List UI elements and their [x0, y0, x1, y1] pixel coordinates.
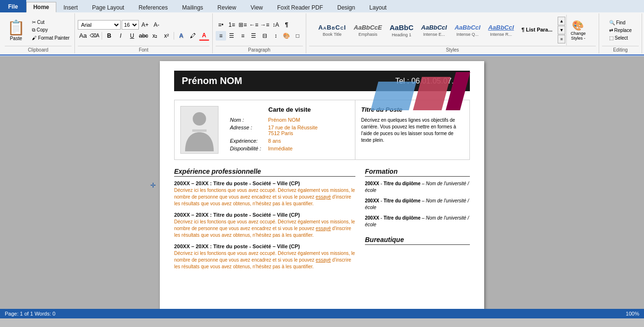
edu-title-1: Titre du diplôme	[384, 181, 421, 186]
font-size-select[interactable]: 16 8910111214	[122, 20, 139, 30]
font-color-button[interactable]: A	[199, 31, 209, 41]
edu-year-1: 200XX	[365, 181, 379, 186]
shading-button[interactable]: 🎨	[281, 31, 292, 41]
style-intense-e[interactable]: AaBbCcI Intense E...	[418, 16, 450, 44]
grow-font-button[interactable]: A+	[140, 20, 150, 30]
style-preview-heading1: AaBbC	[390, 23, 414, 32]
paste-button[interactable]: 📋 Paste	[5, 18, 27, 42]
copy-button[interactable]: ⧉ Copy	[30, 26, 72, 34]
show-formatting-button[interactable]: ¶	[281, 20, 292, 30]
ribbon-bottom	[0, 54, 644, 55]
superscript-button[interactable]: x²	[161, 31, 172, 41]
find-button[interactable]: 🔍 Find	[607, 19, 634, 26]
move-handle[interactable]: ✛	[150, 181, 156, 189]
tab-references[interactable]: References	[131, 2, 175, 12]
increase-indent-button[interactable]: →≡	[260, 20, 270, 30]
cv-section-left: Expérience professionnelle 200XX – 20XX …	[174, 168, 355, 275]
align-center-button[interactable]: ☰	[227, 31, 237, 41]
exp-desc-1: Décrivez ici les fonctions que vous avez…	[174, 187, 355, 207]
subscript-button[interactable]: x₂	[150, 31, 160, 41]
styles-scroll-more[interactable]: ≡	[558, 35, 565, 43]
line-spacing-button[interactable]: ↕	[270, 31, 281, 41]
clipboard-group: 📋 Paste ✂ Cut ⧉ Copy 🖌 Format Painter Cl…	[2, 13, 75, 53]
change-styles-button[interactable]: 🎨 Change Styles -	[566, 14, 590, 46]
cv-label-adresse: Adresse :	[230, 125, 268, 136]
decrease-indent-button[interactable]: ←≡	[249, 20, 259, 30]
styles-scroll-up[interactable]: ▲	[558, 17, 565, 25]
text-effect-button[interactable]: A	[176, 31, 187, 41]
styles-scroll-down[interactable]: ▼	[558, 26, 565, 34]
tab-file[interactable]: File	[0, 0, 26, 12]
border-button[interactable]: □	[292, 31, 303, 41]
edu-title-3: Titre du diplôme	[384, 215, 421, 221]
text-highlight-button[interactable]: 🖍	[187, 31, 198, 41]
align-right-button[interactable]: ≡	[238, 31, 248, 41]
edu-entry-3: 200XX - Titre du diplôme – Nom de l'univ…	[365, 215, 470, 228]
styles-group-label: Styles	[309, 46, 596, 53]
style-emphasis[interactable]: AaBbCcE Emphasis	[351, 16, 385, 44]
cv-value-adresse: 17 rue de la Réussite7512 Paris	[268, 125, 318, 136]
style-intense-r[interactable]: AaBbCcI Intense R...	[485, 16, 517, 44]
person-silhouette	[183, 108, 216, 151]
exp-entry-1: 200XX – 20XX : Titre du poste - Société …	[174, 180, 355, 207]
styles-scroll: ▲ ▼ ≡	[558, 17, 565, 43]
deco-bar	[174, 91, 470, 100]
numbering-button[interactable]: 1≡	[227, 20, 237, 30]
bullets-button[interactable]: ≡•	[216, 20, 226, 30]
cv-label-experience: Expérience:	[230, 138, 268, 144]
clear-format-button[interactable]: ⌫A	[89, 31, 100, 41]
shrink-font-button[interactable]: A-	[151, 20, 162, 30]
exp-desc-2: Décrivez ici les fonctions que vous avez…	[174, 219, 355, 239]
multilevel-button[interactable]: ⊞≡	[238, 20, 248, 30]
cv-card-title: Carte de visite	[230, 106, 349, 113]
cv-info-nom: Nom : Prénom NOM	[230, 117, 349, 123]
strikethrough-button[interactable]: abc	[138, 31, 149, 41]
tab-view[interactable]: View	[243, 2, 270, 12]
style-heading1[interactable]: AaBbC Heading 1	[386, 16, 417, 44]
paragraph-group: ≡• 1≡ ⊞≡ ←≡ →≡ ↕A ¶ ≡ ☰ ≡ ☰ ⊟ ↕ 🎨 □	[213, 13, 306, 53]
align-left-button[interactable]: ≡	[216, 31, 226, 41]
cv-card-left	[175, 100, 224, 159]
status-bar: Page: 1 of 1 Words: 0 100%	[0, 309, 644, 318]
column-button[interactable]: ⊟	[260, 31, 270, 41]
format-painter-button[interactable]: 🖌 Format Painter	[30, 34, 72, 42]
cv-label-nom: Nom :	[230, 117, 268, 123]
change-case-button[interactable]: Aa	[78, 31, 88, 41]
tab-page-layout[interactable]: Page Layout	[85, 2, 131, 12]
style-book-title[interactable]: AaBbCcI Book Title	[315, 16, 349, 44]
tab-layout[interactable]: Layout	[362, 2, 394, 12]
style-intense-q[interactable]: AaBbCcI Intense Q...	[451, 16, 484, 44]
page-container: ✛ Prénom NOM Tel : 06.01.05.07.08	[160, 61, 484, 309]
font-format-row: Aa ⌫A B I U abc x₂ x² A 🖍 A	[78, 31, 209, 41]
zoom-level: 100%	[626, 311, 639, 316]
section-form-title: Formation	[365, 168, 470, 177]
page-info: Page: 1 of 1 Words: 0	[5, 311, 55, 316]
find-replace-group: 🔍 Find ⇄ Replace ⬚ Select	[607, 19, 634, 42]
cv-info-adresse: Adresse : 17 rue de la Réussite7512 Pari…	[230, 125, 349, 136]
exp-entry-2: 200XX – 20XX : Titre du poste - Société …	[174, 212, 355, 239]
exp-entry-3: 200XX – 20XX : Titre du poste - Société …	[174, 243, 355, 270]
italic-button[interactable]: I	[115, 31, 126, 41]
document-area: ✛ Prénom NOM Tel : 06.01.05.07.08	[0, 56, 644, 309]
replace-button[interactable]: ⇄ Replace	[607, 27, 634, 34]
tab-review[interactable]: Review	[210, 2, 243, 12]
tab-home[interactable]: Home	[26, 2, 56, 12]
cv-value-experience: 8 ans	[268, 138, 281, 144]
tab-insert[interactable]: Insert	[56, 2, 85, 12]
justify-button[interactable]: ☰	[249, 31, 259, 41]
tab-design[interactable]: Design	[330, 2, 362, 12]
style-list-para[interactable]: ¶ List Para...	[518, 16, 556, 44]
exp-desc-3: Décrivez ici les fonctions que vous avez…	[174, 250, 355, 270]
editing-label: Editing	[602, 46, 639, 53]
font-family-select[interactable]: Arial	[78, 20, 121, 30]
cut-button[interactable]: ✂ Cut	[30, 19, 72, 26]
font-content: Arial 16 8910111214 A+ A- Aa ⌫A B I U	[78, 14, 209, 46]
select-button[interactable]: ⬚ Select	[607, 34, 634, 42]
underline-button[interactable]: U	[127, 31, 137, 41]
tab-foxit[interactable]: Foxit Reader PDF	[270, 2, 330, 12]
tab-mailings[interactable]: Mailings	[175, 2, 210, 12]
style-name-intense-e: Intense E...	[423, 32, 445, 37]
sort-button[interactable]: ↕A	[270, 20, 281, 30]
exp-underline-1: essayé	[316, 194, 331, 200]
bold-button[interactable]: B	[104, 31, 114, 41]
